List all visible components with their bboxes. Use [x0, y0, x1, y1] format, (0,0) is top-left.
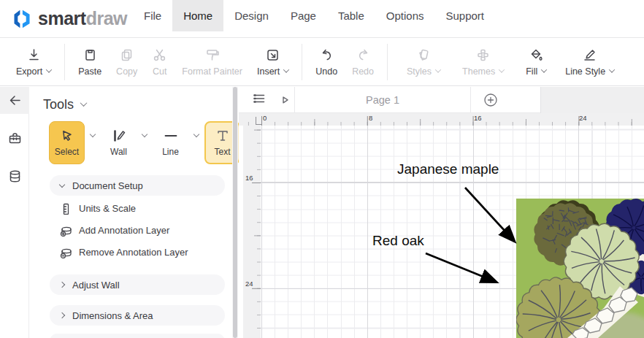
menu-options[interactable]: Options: [375, 0, 435, 31]
main-menu: File Home Design Page Table Options Supp…: [133, 0, 495, 38]
database-icon: [7, 169, 23, 184]
ruler-number: 0: [263, 114, 267, 122]
panel-scrollbar-thumb[interactable]: [233, 87, 237, 338]
tool-buttons-row: Select Wall Line Text: [49, 120, 240, 164]
chevron-down-icon: [80, 99, 88, 107]
chevron-down-icon: [541, 66, 547, 72]
smartdraw-app: smartdraw File Home Design Page Table Op…: [0, 0, 644, 338]
line-tool-button[interactable]: Line: [153, 121, 188, 164]
units-scale-item[interactable]: Units & Scale: [59, 201, 136, 215]
play-triangle-icon: [281, 96, 289, 104]
ruler-number: 16: [474, 114, 482, 122]
undo-button[interactable]: Undo: [308, 42, 345, 82]
wall-tool-button[interactable]: Wall: [101, 121, 137, 164]
label-japanese-maple[interactable]: Japanese maple: [397, 161, 499, 177]
themes-icon: [475, 47, 491, 63]
menu-design[interactable]: Design: [223, 0, 280, 31]
smartdraw-logo[interactable]: smartdraw: [12, 8, 127, 30]
format-painter-button: Format Painter: [175, 42, 250, 82]
menu-table[interactable]: Table: [327, 0, 375, 31]
export-button[interactable]: Export: [9, 42, 58, 82]
ribbon-toolbar: Export Paste Copy Cut Format Painter Ins…: [0, 39, 644, 86]
styles-icon: [416, 47, 432, 63]
label-red-oak[interactable]: Red oak: [372, 233, 424, 249]
menu-page[interactable]: Page: [280, 0, 327, 31]
tab-strip-filler: [540, 87, 644, 113]
fill-bucket-icon: [529, 47, 544, 63]
text-T-icon: [215, 128, 231, 144]
line-tool-dropdown[interactable]: [193, 131, 199, 137]
list-icon: [252, 91, 267, 106]
section-adjust-wall[interactable]: Adjust Wall: [50, 274, 225, 295]
paste-button[interactable]: Paste: [71, 42, 109, 82]
collapse-panel-button[interactable]: [0, 87, 29, 114]
cursor-icon: [59, 128, 75, 144]
line-icon: [163, 128, 179, 144]
section-dimensions-area[interactable]: Dimensions & Area: [50, 305, 225, 326]
tools-panel: Tools Select Wall Line Text: [30, 87, 232, 338]
layers-minus-icon: [59, 246, 72, 258]
chevron-right-icon: [59, 282, 65, 288]
copy-button: Copy: [109, 42, 145, 82]
drawing-canvas[interactable]: Japanese maple Red oak: [261, 126, 644, 338]
styles-button: Styles: [399, 42, 448, 82]
expand-pages-button[interactable]: [281, 93, 289, 107]
chevron-down-icon: [609, 66, 615, 72]
copy-icon: [119, 47, 134, 63]
page-tab-strip: Page 1: [239, 87, 644, 113]
toolbar-separator: [302, 44, 302, 80]
menu-bar: smartdraw File Home Design Page Table Op…: [0, 0, 644, 38]
wall-pencil-icon: [111, 128, 127, 144]
garden-plan-drawing[interactable]: [516, 199, 644, 338]
paint-roller-icon: [204, 47, 220, 63]
ruler-origin-mark: [256, 117, 261, 125]
toolbox-icon: [7, 131, 23, 146]
smartdraw-wordmark: smartdraw: [38, 8, 127, 29]
horizontal-ruler: 0 8 16 24: [239, 113, 644, 126]
add-annotation-layer-item[interactable]: Add Annotation Layer: [59, 223, 169, 237]
annotation-arrows[interactable]: [426, 188, 514, 282]
ruler-number: 24: [245, 280, 253, 288]
insert-icon: [265, 47, 280, 63]
redo-button: Redo: [345, 42, 381, 82]
ruler-number: 16: [245, 174, 253, 182]
insert-button[interactable]: Insert: [250, 42, 296, 82]
add-page-button[interactable]: [483, 92, 499, 108]
select-tool-button[interactable]: Select: [49, 121, 85, 164]
chevron-down-icon: [59, 182, 65, 188]
undo-icon: [319, 47, 334, 63]
maple-arrow[interactable]: [465, 188, 514, 241]
tools-panel-header[interactable]: Tools: [43, 97, 232, 112]
select-tool-dropdown[interactable]: [90, 131, 96, 137]
chevron-down-icon: [435, 66, 441, 72]
chevron-right-icon: [59, 312, 65, 318]
clipboard-icon: [83, 47, 98, 63]
scissors-icon: [152, 47, 167, 63]
download-icon: [26, 47, 42, 63]
tools-panel-title: Tools: [43, 97, 74, 112]
chevron-down-icon: [283, 66, 289, 72]
menu-file[interactable]: File: [133, 0, 172, 31]
menu-support[interactable]: Support: [435, 0, 496, 31]
rail-toolbox-button[interactable]: [0, 124, 29, 152]
section-document-setup[interactable]: Document Setup: [50, 175, 225, 196]
canvas-area: Page 1 0 8 16 24 16 24: [239, 87, 644, 338]
wall-tool-dropdown[interactable]: [142, 131, 147, 137]
ruler-number: 8: [369, 114, 372, 122]
themes-button: Themes: [455, 42, 511, 82]
line-style-button[interactable]: Line Style: [558, 42, 621, 82]
page-list-button[interactable]: [252, 91, 267, 109]
chevron-down-icon: [499, 66, 505, 72]
rail-symbols-button[interactable]: [0, 162, 29, 190]
back-arrow-icon: [7, 93, 23, 108]
plus-circle-icon: [483, 92, 499, 108]
smartdraw-logo-icon: [12, 8, 32, 30]
chevron-down-icon: [46, 66, 52, 72]
oak-arrow[interactable]: [426, 253, 496, 282]
panel-scrollbar-track: [232, 87, 238, 338]
fill-button[interactable]: Fill: [518, 42, 553, 82]
remove-annotation-layer-item[interactable]: Remove Annotation Layer: [59, 245, 188, 259]
section-partial[interactable]: [50, 334, 225, 338]
page-tab[interactable]: Page 1: [294, 87, 471, 113]
menu-home[interactable]: Home: [172, 0, 223, 31]
